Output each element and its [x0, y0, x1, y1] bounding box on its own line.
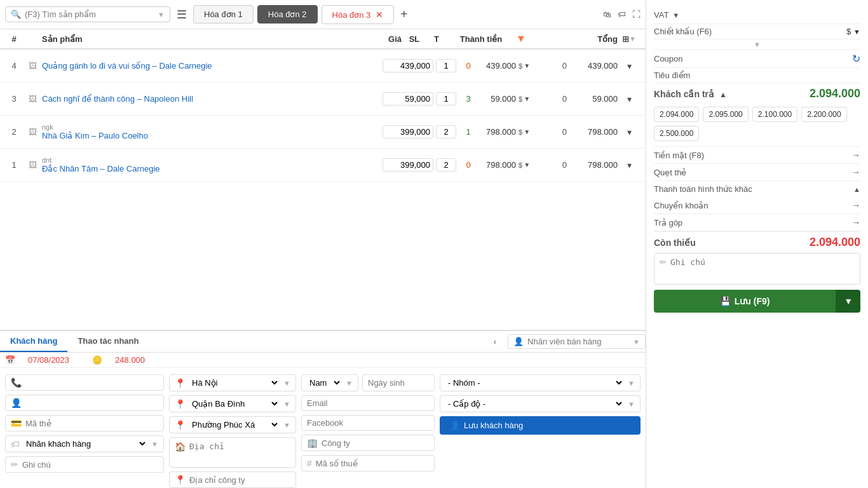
thanh-toan-other-expand-icon[interactable]: ▲ [853, 186, 860, 193]
tien-mat-row[interactable]: Tiền mặt (F8) → [654, 147, 860, 164]
company-input[interactable] [322, 438, 429, 448]
email-field-wrap[interactable] [301, 395, 435, 411]
row-quantity[interactable] [433, 59, 459, 72]
row-quantity[interactable] [433, 125, 459, 139]
row-price[interactable] [376, 59, 433, 72]
birthday-input[interactable] [368, 378, 429, 388]
ghi-chu-textarea[interactable] [670, 257, 855, 276]
gender-dropdown-icon[interactable]: ▼ [346, 379, 353, 387]
card-input[interactable] [25, 419, 158, 428]
company-field-wrap[interactable]: 🏢 [301, 435, 435, 451]
fullscreen-icon[interactable]: ⛶ [632, 10, 641, 19]
phone-field-wrap[interactable]: 📞 0353588359 [5, 374, 164, 391]
staff-select-wrap[interactable]: 👤 ▼ [508, 334, 646, 349]
tra-gop-row[interactable]: Trả góp → [654, 214, 860, 231]
amt-btn-4[interactable]: 2.200.000 [801, 107, 846, 122]
row-quantity[interactable] [433, 158, 459, 172]
add-tab-button[interactable]: + [400, 7, 408, 22]
label-field-wrap[interactable]: 🏷 Nhãn khách hàng ▼ [5, 435, 164, 452]
row-expand-btn[interactable]: ▾ [627, 127, 632, 137]
search-box[interactable]: 🔍 ▼ [5, 6, 170, 22]
bag-icon[interactable]: 🛍 [603, 10, 611, 19]
row-expand-btn[interactable]: ▾ [627, 94, 632, 104]
row-price[interactable] [376, 125, 433, 139]
quantity-input[interactable] [436, 92, 456, 105]
amt-btn-3[interactable]: 2.100.000 [752, 107, 797, 122]
price-input[interactable] [383, 158, 433, 172]
level-field-wrap[interactable]: - Cấp độ - ▼ [440, 395, 641, 412]
company-address-input[interactable] [189, 475, 290, 485]
chiet-khau-row[interactable]: Chiết khấu (F6) $ ▼ [654, 24, 860, 39]
email-input[interactable] [307, 398, 429, 408]
chuyen-khoan-arrow-icon[interactable]: → [851, 200, 860, 210]
row-price[interactable] [376, 92, 433, 105]
tra-gop-arrow-icon[interactable]: → [851, 217, 860, 227]
currency-select[interactable]: $ ▼ [519, 95, 530, 103]
row-expand-btn[interactable]: ▾ [627, 61, 632, 71]
tab-nav-arrow[interactable]: ‹ [487, 332, 503, 351]
amt-btn-5[interactable]: 2.500.000 [654, 126, 699, 141]
ward-field-wrap[interactable]: 📍 Phường Phúc Xá ▼ [169, 416, 296, 433]
product-name-link[interactable]: Đắc Nhân Tâm – Dale Carnegie [42, 164, 376, 173]
tab-hoa-don-2[interactable]: Hóa đơn 2 [257, 5, 318, 24]
row-action[interactable]: ▾ [618, 61, 641, 71]
save-customer-button[interactable]: 👤 Lưu khách hàng [440, 416, 641, 435]
ward-select[interactable]: Phường Phúc Xá [189, 419, 280, 430]
facebook-input[interactable] [307, 418, 429, 428]
province-field-wrap[interactable]: 📍 Hà Nội ▼ [169, 374, 296, 391]
gender-select[interactable]: Nam [307, 377, 342, 388]
currency-select[interactable]: $ ▼ [519, 161, 530, 169]
district-field-wrap[interactable]: 📍 Quận Ba Đình ▼ [169, 395, 296, 412]
district-select[interactable]: Quận Ba Đình [189, 398, 280, 409]
customer-name-input[interactable]: Hoàng Khánh [25, 398, 158, 408]
phone-input[interactable]: 0353588359 [25, 378, 158, 388]
column-view-icon[interactable]: ⊞ [622, 34, 629, 44]
luu-button[interactable]: 💾 Lưu (F9) [654, 290, 836, 313]
quet-the-row[interactable]: Quẹt thẻ → [654, 164, 860, 181]
birthday-field-wrap[interactable] [362, 374, 435, 391]
amt-btn-1[interactable]: 2.094.000 [654, 107, 699, 122]
name-field-wrap[interactable]: 👤 Hoàng Khánh [5, 395, 164, 411]
price-input[interactable] [383, 125, 433, 139]
quantity-input[interactable] [436, 125, 456, 139]
label-dropdown-icon[interactable]: ▼ [151, 440, 158, 448]
amt-btn-2[interactable]: 2.095.000 [703, 107, 748, 122]
quantity-input[interactable] [436, 59, 456, 72]
ghi-chu-box[interactable]: ✏ [654, 253, 860, 285]
group-select[interactable]: - Nhóm - [445, 377, 624, 388]
chiet-khau-dropdown-icon[interactable]: ▼ [853, 28, 860, 36]
tax-field-wrap[interactable]: # [301, 455, 435, 471]
expand-down-icon[interactable]: ▼ [754, 41, 761, 48]
staff-input[interactable] [527, 337, 629, 346]
close-tab-icon[interactable]: ✕ [376, 10, 383, 20]
sort-arrow-icon[interactable]: ▼ [516, 33, 526, 44]
province-dropdown-icon[interactable]: ▼ [283, 379, 290, 387]
address-field-wrap[interactable]: 🏠 [169, 437, 296, 468]
tab-khach-hang[interactable]: Khách hàng [0, 331, 67, 352]
luu-dropdown-button[interactable]: ▼ [836, 290, 860, 313]
label-select[interactable]: Nhãn khách hàng [24, 438, 147, 449]
coupon-row[interactable]: Coupon ↻ [654, 50, 860, 68]
card-field-wrap[interactable]: 💳 [5, 415, 164, 431]
currency-select[interactable]: $ ▼ [519, 128, 530, 136]
tax-input[interactable] [316, 459, 429, 468]
group-dropdown-icon[interactable]: ▼ [628, 379, 635, 387]
chiet-khau-value[interactable]: $ ▼ [846, 27, 860, 36]
product-name-link[interactable]: Nhà Giả Kim – Paulo Coelho [42, 131, 376, 140]
chiet-khau-expand[interactable]: ▼ [654, 39, 860, 50]
quet-the-arrow-icon[interactable]: → [851, 167, 860, 177]
price-input[interactable] [383, 92, 433, 105]
col-expand-icon[interactable]: ▼ [629, 35, 636, 43]
group-field-wrap[interactable]: - Nhóm - ▼ [440, 374, 641, 391]
row-action[interactable]: ▾ [618, 127, 641, 137]
search-input[interactable] [25, 10, 154, 19]
row-action[interactable]: ▾ [618, 160, 641, 170]
tab-hoa-don-1[interactable]: Hóa đơn 1 [193, 5, 254, 24]
thanh-toan-other-header[interactable]: Thanh toán hình thức khác ▲ [654, 181, 860, 197]
product-name-link[interactable]: Quảng gánh lo đi và vui sống – Dale Carn… [42, 61, 376, 71]
province-select[interactable]: Hà Nội [189, 377, 280, 388]
vat-dropdown-icon[interactable]: ▼ [672, 11, 679, 19]
company-address-field-wrap[interactable]: 📍 [169, 471, 296, 488]
row-price[interactable] [376, 158, 433, 172]
note-field-wrap[interactable]: ✏ [5, 456, 164, 473]
